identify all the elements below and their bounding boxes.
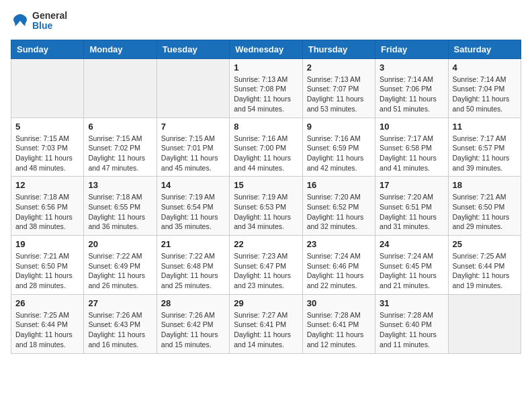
calendar-week-row: 19Sunrise: 7:21 AM Sunset: 6:50 PM Dayli… [11, 236, 521, 295]
calendar-cell: 6Sunrise: 7:15 AM Sunset: 7:02 PM Daylig… [84, 118, 157, 177]
day-number: 22 [234, 239, 298, 249]
day-number: 16 [307, 180, 371, 190]
calendar-cell: 15Sunrise: 7:19 AM Sunset: 6:53 PM Dayli… [230, 177, 302, 236]
day-number: 5 [15, 122, 79, 132]
day-of-week-header: Saturday [448, 40, 521, 58]
calendar-cell: 31Sunrise: 7:28 AM Sunset: 6:40 PM Dayli… [375, 294, 448, 353]
day-number: 30 [307, 298, 371, 308]
calendar-cell [84, 58, 157, 118]
day-number: 2 [307, 62, 371, 73]
calendar-week-row: 12Sunrise: 7:18 AM Sunset: 6:56 PM Dayli… [11, 177, 521, 236]
day-number: 25 [453, 239, 517, 249]
page-header: General Blue [11, 11, 521, 32]
day-info: Sunrise: 7:24 AM Sunset: 6:46 PM Dayligh… [307, 251, 371, 291]
day-info: Sunrise: 7:18 AM Sunset: 6:55 PM Dayligh… [88, 192, 152, 232]
calendar-cell: 1Sunrise: 7:13 AM Sunset: 7:08 PM Daylig… [230, 58, 302, 118]
day-number: 9 [307, 122, 371, 132]
logo: General Blue [11, 11, 67, 32]
calendar-cell: 9Sunrise: 7:16 AM Sunset: 6:59 PM Daylig… [302, 118, 375, 177]
day-number: 15 [234, 180, 298, 190]
calendar-cell: 18Sunrise: 7:21 AM Sunset: 6:50 PM Dayli… [448, 177, 521, 236]
day-number: 13 [88, 180, 152, 190]
day-info: Sunrise: 7:27 AM Sunset: 6:41 PM Dayligh… [234, 310, 298, 350]
day-info: Sunrise: 7:13 AM Sunset: 7:08 PM Dayligh… [234, 75, 298, 114]
day-number: 14 [161, 180, 225, 190]
day-of-week-header: Sunday [11, 40, 84, 58]
calendar-cell: 14Sunrise: 7:19 AM Sunset: 6:54 PM Dayli… [157, 177, 229, 236]
calendar-cell: 12Sunrise: 7:18 AM Sunset: 6:56 PM Dayli… [11, 177, 84, 236]
calendar-cell: 7Sunrise: 7:15 AM Sunset: 7:01 PM Daylig… [157, 118, 229, 177]
day-info: Sunrise: 7:16 AM Sunset: 7:00 PM Dayligh… [234, 134, 298, 173]
day-info: Sunrise: 7:28 AM Sunset: 6:41 PM Dayligh… [307, 310, 371, 350]
day-number: 12 [15, 180, 79, 190]
day-number: 28 [161, 298, 225, 308]
day-of-week-header: Wednesday [230, 40, 302, 58]
day-info: Sunrise: 7:19 AM Sunset: 6:53 PM Dayligh… [234, 192, 298, 232]
day-info: Sunrise: 7:15 AM Sunset: 7:03 PM Dayligh… [15, 134, 79, 173]
calendar-cell: 16Sunrise: 7:20 AM Sunset: 6:52 PM Dayli… [302, 177, 375, 236]
day-info: Sunrise: 7:23 AM Sunset: 6:47 PM Dayligh… [234, 251, 298, 291]
day-number: 27 [88, 298, 152, 308]
day-number: 6 [88, 122, 152, 132]
day-info: Sunrise: 7:19 AM Sunset: 6:54 PM Dayligh… [161, 192, 225, 232]
day-number: 21 [161, 239, 225, 249]
day-of-week-header: Thursday [302, 40, 375, 58]
calendar-cell: 26Sunrise: 7:25 AM Sunset: 6:44 PM Dayli… [11, 294, 84, 353]
day-info: Sunrise: 7:28 AM Sunset: 6:40 PM Dayligh… [380, 310, 443, 350]
calendar-header-row: SundayMondayTuesdayWednesdayThursdayFrid… [11, 40, 521, 58]
day-info: Sunrise: 7:20 AM Sunset: 6:51 PM Dayligh… [380, 192, 443, 232]
calendar-cell: 25Sunrise: 7:25 AM Sunset: 6:44 PM Dayli… [448, 236, 521, 295]
calendar-cell: 4Sunrise: 7:14 AM Sunset: 7:04 PM Daylig… [448, 58, 521, 118]
calendar-cell: 29Sunrise: 7:27 AM Sunset: 6:41 PM Dayli… [230, 294, 302, 353]
day-number: 7 [161, 122, 225, 132]
day-number: 8 [234, 122, 298, 132]
calendar-cell: 28Sunrise: 7:26 AM Sunset: 6:42 PM Dayli… [157, 294, 229, 353]
day-number: 23 [307, 239, 371, 249]
calendar-cell: 10Sunrise: 7:17 AM Sunset: 6:58 PM Dayli… [375, 118, 448, 177]
day-info: Sunrise: 7:22 AM Sunset: 6:49 PM Dayligh… [88, 251, 152, 291]
day-number: 1 [234, 62, 298, 73]
day-info: Sunrise: 7:22 AM Sunset: 6:48 PM Dayligh… [161, 251, 225, 291]
day-info: Sunrise: 7:20 AM Sunset: 6:52 PM Dayligh… [307, 192, 371, 232]
day-info: Sunrise: 7:14 AM Sunset: 7:04 PM Dayligh… [453, 75, 517, 114]
day-info: Sunrise: 7:25 AM Sunset: 6:44 PM Dayligh… [15, 310, 79, 350]
day-info: Sunrise: 7:17 AM Sunset: 6:57 PM Dayligh… [453, 134, 517, 173]
day-info: Sunrise: 7:15 AM Sunset: 7:01 PM Dayligh… [161, 134, 225, 173]
calendar-cell: 17Sunrise: 7:20 AM Sunset: 6:51 PM Dayli… [375, 177, 448, 236]
day-of-week-header: Tuesday [157, 40, 229, 58]
calendar-cell: 13Sunrise: 7:18 AM Sunset: 6:55 PM Dayli… [84, 177, 157, 236]
day-of-week-header: Friday [375, 40, 448, 58]
day-of-week-header: Monday [84, 40, 157, 58]
day-info: Sunrise: 7:26 AM Sunset: 6:42 PM Dayligh… [161, 310, 225, 350]
day-number: 17 [380, 180, 443, 190]
calendar-cell: 27Sunrise: 7:26 AM Sunset: 6:43 PM Dayli… [84, 294, 157, 353]
logo-bird-icon [11, 11, 30, 30]
calendar-cell: 21Sunrise: 7:22 AM Sunset: 6:48 PM Dayli… [157, 236, 229, 295]
calendar-cell: 11Sunrise: 7:17 AM Sunset: 6:57 PM Dayli… [448, 118, 521, 177]
day-info: Sunrise: 7:25 AM Sunset: 6:44 PM Dayligh… [453, 251, 517, 291]
calendar-cell: 2Sunrise: 7:13 AM Sunset: 7:07 PM Daylig… [302, 58, 375, 118]
calendar-week-row: 1Sunrise: 7:13 AM Sunset: 7:08 PM Daylig… [11, 58, 521, 118]
calendar-cell: 8Sunrise: 7:16 AM Sunset: 7:00 PM Daylig… [230, 118, 302, 177]
day-info: Sunrise: 7:26 AM Sunset: 6:43 PM Dayligh… [88, 310, 152, 350]
day-info: Sunrise: 7:21 AM Sunset: 6:50 PM Dayligh… [453, 192, 517, 232]
calendar-cell: 22Sunrise: 7:23 AM Sunset: 6:47 PM Dayli… [230, 236, 302, 295]
day-info: Sunrise: 7:24 AM Sunset: 6:45 PM Dayligh… [380, 251, 443, 291]
calendar-cell: 24Sunrise: 7:24 AM Sunset: 6:45 PM Dayli… [375, 236, 448, 295]
calendar-table: SundayMondayTuesdayWednesdayThursdayFrid… [11, 40, 521, 354]
day-number: 26 [15, 298, 79, 308]
day-number: 31 [380, 298, 443, 308]
calendar-cell: 30Sunrise: 7:28 AM Sunset: 6:41 PM Dayli… [302, 294, 375, 353]
day-info: Sunrise: 7:18 AM Sunset: 6:56 PM Dayligh… [15, 192, 79, 232]
day-number: 18 [453, 180, 517, 190]
day-number: 4 [453, 62, 517, 73]
day-number: 3 [380, 62, 443, 73]
day-info: Sunrise: 7:16 AM Sunset: 6:59 PM Dayligh… [307, 134, 371, 173]
calendar-cell: 23Sunrise: 7:24 AM Sunset: 6:46 PM Dayli… [302, 236, 375, 295]
calendar-cell: 5Sunrise: 7:15 AM Sunset: 7:03 PM Daylig… [11, 118, 84, 177]
day-info: Sunrise: 7:17 AM Sunset: 6:58 PM Dayligh… [380, 134, 443, 173]
day-number: 10 [380, 122, 443, 132]
day-number: 24 [380, 239, 443, 249]
day-number: 11 [453, 122, 517, 132]
calendar-week-row: 26Sunrise: 7:25 AM Sunset: 6:44 PM Dayli… [11, 294, 521, 353]
